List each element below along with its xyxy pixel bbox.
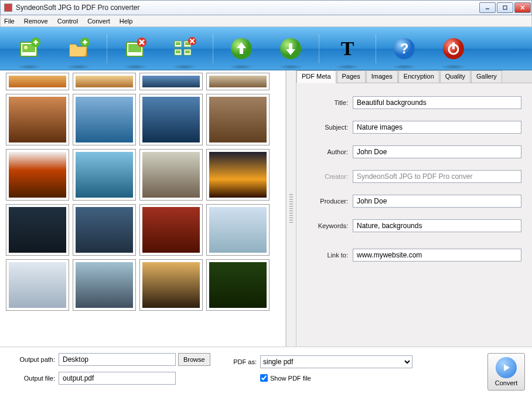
- pdf-meta-panel: Title: Subject: Author: Creator: Produce…: [296, 83, 532, 347]
- thumbnail[interactable]: [73, 259, 136, 311]
- remove-image-button[interactable]: [113, 32, 158, 66]
- thumbnail[interactable]: [73, 204, 136, 256]
- svg-text:?: ?: [400, 40, 409, 56]
- show-pdf-label: Show PDF file: [270, 375, 311, 382]
- window-title: SyndeonSoft JPG to PDF Pro converter: [16, 4, 479, 12]
- tab-images[interactable]: Images: [366, 70, 398, 83]
- menu-help[interactable]: Help: [120, 18, 133, 25]
- tab-strip: PDF Meta Pages Images Encryption Quality…: [296, 70, 532, 83]
- remove-all-button[interactable]: [162, 32, 207, 66]
- output-file-input[interactable]: [59, 372, 176, 385]
- creator-input: [353, 170, 521, 183]
- thumbnail[interactable]: [6, 94, 69, 145]
- arrow-down-icon: [278, 36, 303, 61]
- minimize-button[interactable]: [479, 2, 496, 13]
- title-input[interactable]: [353, 96, 521, 109]
- thumbnail[interactable]: [73, 73, 136, 90]
- producer-label: Producer:: [307, 198, 348, 205]
- thumbnail[interactable]: [206, 259, 270, 311]
- thumbnail[interactable]: [206, 204, 270, 256]
- svg-text:T: T: [341, 38, 354, 59]
- tab-pages[interactable]: Pages: [337, 70, 366, 83]
- bottom-panel: Output path: Browse Output file: PDF as:…: [0, 347, 532, 396]
- add-folder-icon: [66, 36, 91, 61]
- thumbnail[interactable]: [206, 149, 270, 201]
- output-path-label: Output path:: [7, 356, 55, 363]
- keywords-input[interactable]: [353, 219, 521, 232]
- tab-pdf-meta[interactable]: PDF Meta: [296, 70, 336, 83]
- output-file-label: Output file:: [7, 375, 55, 382]
- thumbnail[interactable]: [6, 204, 69, 256]
- play-icon: [496, 357, 517, 378]
- menu-remove[interactable]: Remove: [24, 18, 48, 25]
- svg-rect-28: [452, 42, 455, 49]
- close-button[interactable]: [514, 2, 531, 13]
- thumbnail[interactable]: [206, 94, 270, 145]
- convert-label: Convert: [495, 379, 518, 386]
- thumbnail[interactable]: [139, 204, 203, 256]
- help-button[interactable]: ?: [382, 32, 427, 66]
- thumbnail[interactable]: [139, 149, 203, 201]
- move-up-button[interactable]: [219, 32, 264, 66]
- text-tool-button[interactable]: T: [325, 32, 370, 66]
- arrow-up-icon: [229, 36, 254, 61]
- svg-rect-1: [503, 6, 507, 9]
- add-folder-button[interactable]: [56, 32, 101, 66]
- app-icon: [4, 4, 12, 12]
- thumbnail[interactable]: [73, 149, 136, 201]
- tab-gallery[interactable]: Gallery: [471, 70, 502, 83]
- thumbnail[interactable]: [139, 94, 203, 145]
- help-icon: ?: [392, 36, 417, 61]
- text-icon: T: [335, 36, 360, 61]
- maximize-button[interactable]: [497, 2, 513, 13]
- remove-image-icon: [123, 36, 148, 61]
- subject-input[interactable]: [353, 121, 521, 134]
- menu-control[interactable]: Control: [57, 18, 78, 25]
- splitter[interactable]: [286, 70, 296, 347]
- tab-encryption[interactable]: Encryption: [398, 70, 439, 83]
- title-label: Title:: [307, 99, 348, 106]
- svg-point-6: [24, 46, 28, 49]
- menubar: File Remove Control Convert Help: [0, 15, 532, 27]
- add-image-icon: [17, 36, 42, 61]
- thumbnail[interactable]: [206, 73, 270, 90]
- titlebar: SyndeonSoft JPG to PDF Pro converter: [0, 0, 532, 15]
- author-input[interactable]: [353, 145, 521, 158]
- output-path-input[interactable]: [59, 353, 176, 366]
- producer-input[interactable]: [353, 195, 521, 208]
- tab-quality[interactable]: Quality: [440, 70, 470, 83]
- power-icon: [441, 36, 466, 61]
- menu-file[interactable]: File: [4, 18, 15, 25]
- svg-rect-17: [176, 50, 180, 53]
- thumbnail[interactable]: [139, 259, 203, 311]
- move-down-button[interactable]: [268, 32, 313, 66]
- menu-convert[interactable]: Convert: [87, 18, 110, 25]
- exit-button[interactable]: [431, 32, 476, 66]
- pdf-as-select[interactable]: single pdf: [260, 355, 412, 368]
- toolbar: T ?: [0, 27, 532, 70]
- author-label: Author:: [307, 148, 348, 155]
- thumbnail[interactable]: [139, 73, 203, 90]
- keywords-label: Keywords:: [307, 222, 348, 229]
- creator-label: Creator:: [307, 173, 348, 180]
- show-pdf-checkbox[interactable]: [260, 374, 268, 382]
- thumbnail-panel: [0, 70, 286, 347]
- pdf-as-label: PDF as:: [224, 358, 257, 365]
- link-label: Link to:: [307, 252, 348, 259]
- convert-button[interactable]: Convert: [487, 353, 525, 391]
- thumbnail[interactable]: [73, 94, 136, 145]
- link-input[interactable]: [353, 249, 521, 262]
- thumbnail[interactable]: [6, 73, 69, 90]
- svg-rect-13: [176, 42, 180, 45]
- remove-all-icon: [172, 36, 197, 61]
- browse-button[interactable]: Browse: [178, 353, 210, 366]
- add-image-button[interactable]: [7, 32, 52, 66]
- subject-label: Subject:: [307, 124, 348, 131]
- thumbnail[interactable]: [6, 149, 69, 201]
- thumbnail[interactable]: [6, 259, 69, 311]
- svg-rect-19: [185, 50, 190, 53]
